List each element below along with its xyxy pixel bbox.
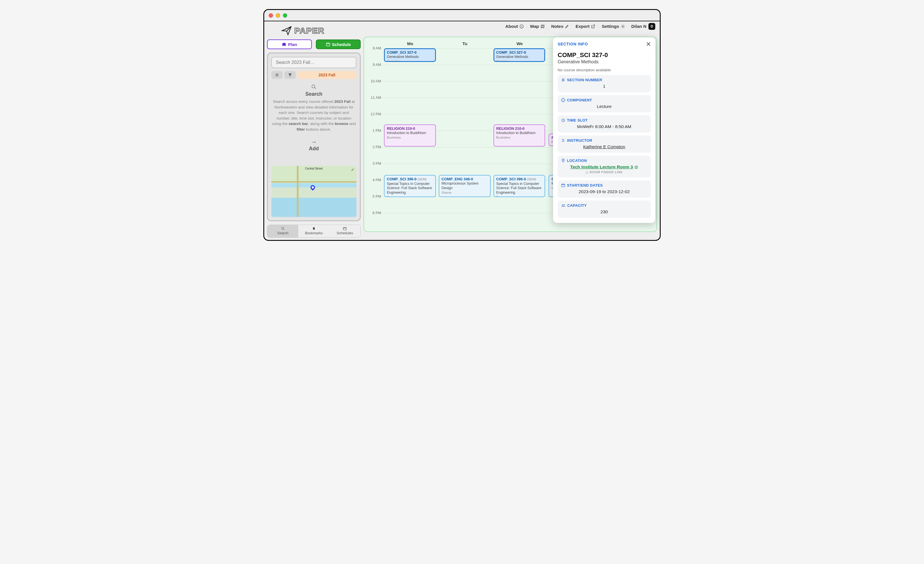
clock-icon [561, 118, 565, 122]
app-window: PAPER Plan Schedule [263, 9, 661, 241]
expand-map-icon[interactable]: ⤢ [351, 168, 354, 172]
calendar-icon [326, 42, 330, 47]
day-header-we: We [492, 40, 547, 48]
field-capacity: CAPACITY 230 [558, 200, 651, 218]
svg-rect-3 [344, 227, 346, 230]
sidebar: PAPER Plan Schedule [264, 21, 363, 240]
map-pin-icon [310, 184, 316, 191]
schedule-mode-button[interactable]: Schedule [316, 39, 361, 49]
field-instructor: INSTRUCTOR Katherine E Compton [558, 135, 651, 153]
search-icon [311, 84, 317, 90]
svg-point-8 [563, 159, 564, 161]
tab-search[interactable]: Search [267, 225, 298, 238]
event-comp-sci-396[interactable]: COMP_SCI 396-0 (SEM) Special Topics in C… [494, 175, 545, 197]
bookmark-icon [312, 227, 316, 231]
person-icon [561, 138, 565, 143]
search-input[interactable] [271, 57, 356, 68]
close-icon[interactable] [646, 41, 651, 47]
close-window-button[interactable] [269, 14, 273, 18]
gear-icon [621, 24, 625, 29]
svg-point-7 [562, 139, 564, 140]
list-icon [274, 73, 279, 77]
day-column-we: COMP_SCI 327-0Generative MethodsCompton … [492, 48, 547, 229]
nav-map[interactable]: Map [530, 24, 545, 29]
top-nav: About Map Notes Export Settings Dilan N … [506, 23, 656, 30]
event-religion-210[interactable]: RELIGION 210-0Introduction to BuddhismBu… [494, 124, 545, 147]
calendar-icon [561, 183, 565, 187]
day-column-mo: COMP_SCI 327-0Generative MethodsCompton … [383, 48, 438, 229]
nav-export[interactable]: Export [576, 24, 596, 29]
paper-plane-icon [281, 25, 292, 36]
event-comp-sci-327[interactable]: COMP_SCI 327-0Generative MethodsCompton [384, 48, 436, 62]
external-link-icon [591, 24, 596, 29]
nav-settings[interactable]: Settings [602, 24, 625, 29]
search-help: Search Search across every course offere… [271, 82, 356, 134]
search-icon [281, 227, 285, 231]
panel-header: SECTION INFO [558, 42, 651, 46]
event-comp-eng-346[interactable]: COMP_ENG 346-0Microprocessor System Desi… [439, 175, 490, 197]
plan-mode-button[interactable]: Plan [267, 39, 312, 49]
calendar-icon [343, 227, 347, 231]
map-street-label: Central Street [305, 167, 322, 170]
app-logo: PAPER [267, 24, 361, 38]
briefcase-icon [282, 42, 286, 47]
location-subtext: ROOM FINDER LINK [561, 170, 647, 174]
app-title: PAPER [294, 26, 324, 36]
instructor-link[interactable]: Katherine E Compton [561, 144, 647, 149]
pencil-icon [565, 24, 569, 29]
nav-about[interactable]: About [506, 24, 524, 29]
location-link[interactable]: Tech Institute Lecture Room 3 [570, 164, 633, 169]
svg-point-1 [312, 85, 315, 88]
svg-point-2 [282, 227, 284, 229]
time-axis: 8 AM 9 AM 10 AM 11 AM 12 PM 1 PM 2 PM 3 … [368, 48, 383, 229]
main-content: About Map Notes Export Settings Dilan N … [363, 21, 660, 240]
info-icon [519, 24, 524, 29]
sidebar-bottom-tabs: Search Bookmarks Schedules [267, 225, 361, 238]
nav-notes[interactable]: Notes [551, 24, 569, 29]
event-comp-sci-396[interactable]: COMP_SCI 396-0 (SEM) Special Topics in C… [384, 175, 436, 197]
map-icon [634, 165, 638, 169]
svg-point-10 [562, 204, 563, 205]
term-badge[interactable]: 2023 Fall [297, 71, 356, 79]
section-info-panel: SECTION INFO COMP_SCI 327-0 Generative M… [553, 37, 655, 223]
course-code: COMP_SCI 327-0 [558, 51, 651, 59]
svg-point-5 [622, 26, 624, 27]
add-course-hint: → Add [271, 137, 356, 152]
maximize-window-button[interactable] [283, 14, 287, 18]
field-section-number: SECTION NUMBER 1 [558, 75, 651, 92]
svg-point-11 [564, 205, 565, 205]
svg-rect-9 [562, 184, 565, 187]
funnel-icon [288, 73, 292, 77]
day-column-tu: COMP_ENG 346-0Microprocessor System Desi… [438, 48, 492, 229]
tab-bookmarks[interactable]: Bookmarks [298, 225, 329, 238]
course-title: Generative Methods [558, 59, 651, 65]
tab-schedules[interactable]: Schedules [330, 225, 360, 238]
map-icon [585, 171, 589, 174]
search-panel: 2023 Fall Search Search across every cou… [267, 53, 361, 221]
event-comp-sci-327[interactable]: COMP_SCI 327-0Generative MethodsCompton [494, 48, 545, 62]
mini-map[interactable]: Central Street ⤢ [271, 166, 356, 217]
day-header-tu: Tu [438, 40, 492, 48]
location-pin-icon [561, 158, 565, 163]
field-location: LOCATION Tech Institute Lecture Room 3 R… [558, 156, 651, 177]
avatar: D [648, 23, 655, 30]
svg-rect-0 [326, 43, 330, 46]
event-religion-210[interactable]: RELIGION 210-0Introduction to BuddhismBu… [384, 124, 436, 147]
course-description: No course description available [558, 68, 651, 72]
user-menu[interactable]: Dilan N D [632, 23, 655, 30]
field-time-slot: TIME SLOT MoWeFr 8:00 AM - 8:50 AM [558, 115, 651, 132]
people-icon [561, 203, 566, 208]
titlebar [264, 10, 660, 21]
map-icon [540, 24, 545, 29]
field-dates: START/END DATES 2023-09-19 to 2023-12-02 [558, 180, 651, 198]
field-component: COMPONENT Lecture [558, 95, 651, 113]
browse-button[interactable] [271, 71, 283, 79]
window-controls [269, 14, 287, 18]
filter-button[interactable] [284, 71, 296, 79]
puzzle-icon [561, 98, 565, 102]
hash-icon [561, 78, 565, 82]
minimize-window-button[interactable] [276, 14, 280, 18]
search-help-text: Search across every course offered 2023 … [272, 99, 356, 132]
day-header-mo: Mo [383, 40, 438, 48]
arrow-right-icon: → [271, 138, 356, 146]
